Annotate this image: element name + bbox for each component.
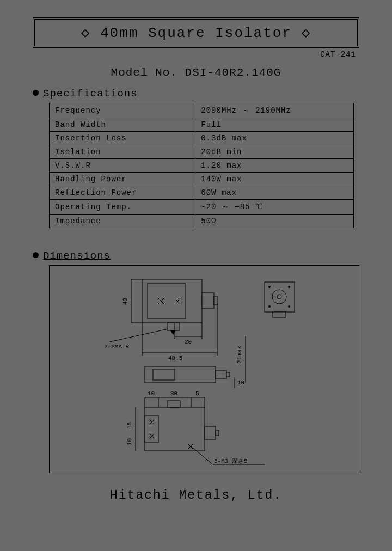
spec-key: Isolation [50, 145, 195, 159]
dim-485: 48.5 [168, 355, 182, 362]
dim-1010: 10 [126, 438, 133, 445]
spec-key: Operating Temp. [50, 200, 195, 215]
svg-rect-30 [153, 369, 175, 380]
specifications-heading: Specifications [33, 88, 359, 100]
spec-key: Reflection Power [50, 186, 195, 200]
spec-value: -20 ～ +85 ℃ [195, 200, 354, 215]
svg-rect-32 [226, 372, 230, 377]
spec-value: 50Ω [195, 215, 354, 228]
dim-10b: 10 [148, 390, 155, 397]
dimension-svg: 40 2-SMA-R 20 48.5 21max [50, 266, 359, 473]
dim-21max: 21max [236, 346, 243, 364]
svg-rect-1 [148, 284, 186, 319]
svg-rect-27 [273, 312, 286, 317]
svg-rect-34 [145, 407, 205, 451]
spec-value: Full [195, 118, 354, 132]
dimensions-drawing: 40 2-SMA-R 20 48.5 21max [49, 265, 359, 473]
spec-key: Impedance [50, 215, 195, 228]
dim-30: 30 [170, 390, 177, 397]
model-label: Model No. [111, 66, 177, 79]
bullet-icon [33, 252, 39, 258]
company-footer: Hitachi Metals, Ltd. [33, 488, 359, 503]
spec-key: Handling Power [50, 173, 195, 186]
dim-20: 20 [185, 339, 192, 345]
dim-40: 40 [122, 298, 128, 305]
table-row: Frequency2090MHz ～ 2190MHz [50, 103, 354, 118]
dim-hole: 5-M3 深さ5 [214, 458, 248, 464]
table-row: Insertion Loss0.3dB max [50, 132, 354, 145]
svg-line-51 [191, 446, 213, 464]
spec-key: V.S.W.R [50, 159, 195, 173]
table-row: Impedance50Ω [50, 215, 354, 228]
table-row: Reflection Power60W max [50, 186, 354, 200]
svg-rect-38 [216, 430, 219, 436]
svg-point-25 [268, 305, 271, 308]
svg-line-13 [109, 329, 168, 342]
spec-value: 1.20 max [195, 159, 354, 173]
table-row: V.S.W.R1.20 max [50, 159, 354, 173]
dimensions-heading-text: Dimensions [43, 250, 111, 262]
table-row: Isolation20dB min [50, 145, 354, 159]
svg-point-21 [272, 290, 286, 304]
datasheet-page: ◇ 40mm Square Isolator ◇ CAT-241 Model N… [0, 0, 392, 551]
svg-point-26 [288, 305, 290, 308]
dimensions-heading: Dimensions [33, 250, 359, 262]
svg-rect-4 [167, 323, 179, 330]
svg-rect-36 [167, 401, 180, 407]
specifications-table: Frequency2090MHz ～ 2190MHzBand WidthFull… [49, 103, 354, 228]
spec-value: 2090MHz ～ 2190MHz [195, 103, 354, 118]
dim-15: 15 [126, 422, 133, 429]
spec-key: Insertion Loss [50, 132, 195, 145]
spec-value: 0.3dB max [195, 132, 354, 145]
table-row: Operating Temp.-20 ～ +85 ℃ [50, 200, 354, 215]
svg-rect-37 [205, 426, 216, 439]
specifications-heading-text: Specifications [43, 88, 138, 100]
spec-key: Band Width [50, 118, 195, 132]
svg-rect-35 [145, 415, 158, 443]
spec-value: 140W max [195, 173, 354, 186]
table-row: Handling Power140W max [50, 173, 354, 186]
model-line: Model No. DSI-40R2.140G [33, 66, 359, 79]
spec-key: Frequency [50, 103, 195, 118]
svg-rect-3 [214, 296, 217, 305]
page-title-box: ◇ 40mm Square Isolator ◇ [33, 17, 359, 48]
svg-point-22 [277, 295, 281, 299]
model-value: DSI-40R2.140G [185, 66, 281, 79]
catalog-number: CAT-241 [33, 50, 356, 59]
svg-rect-0 [142, 279, 202, 323]
svg-rect-2 [202, 293, 214, 308]
spec-value: 20dB min [195, 145, 354, 159]
svg-rect-31 [216, 370, 226, 379]
table-row: Band WidthFull [50, 118, 354, 132]
spec-value: 60W max [195, 186, 354, 200]
svg-point-24 [288, 286, 290, 288]
dim-5: 5 [195, 390, 199, 397]
bullet-icon [33, 90, 39, 96]
page-title: ◇ 40mm Square Isolator ◇ [81, 25, 311, 41]
dim-connector: 2-SMA-R [104, 344, 130, 350]
svg-point-23 [268, 286, 271, 288]
dim-10a: 10 [237, 379, 244, 386]
